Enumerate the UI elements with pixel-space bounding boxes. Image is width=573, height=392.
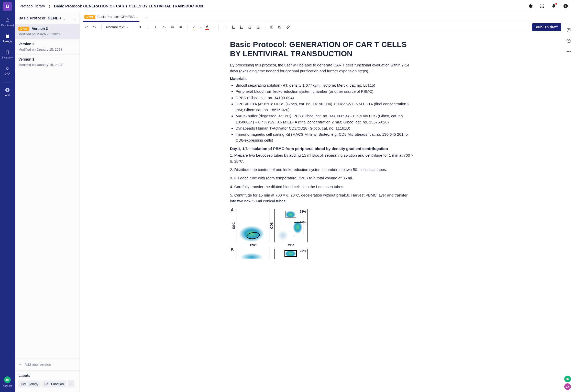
text-style-select[interactable]: Normal text ⌄ bbox=[105, 25, 130, 29]
version-modified: Modified on January 15, 2023 bbox=[18, 63, 76, 67]
nav-inventory-label: Inventory bbox=[2, 56, 13, 59]
insert-table-button[interactable] bbox=[268, 24, 275, 31]
document-tab[interactable]: Draft Basic Protocol: GENERA… bbox=[83, 12, 139, 22]
history-button[interactable] bbox=[566, 38, 571, 43]
protocol-step: 5. Centrifuge for 15 min at 700 × g, 20°… bbox=[230, 192, 414, 204]
x-axis-label: CD4 bbox=[288, 243, 294, 247]
insert-image-button[interactable] bbox=[276, 24, 283, 31]
plus-icon: ＋ bbox=[18, 362, 22, 367]
svg-text:3: 3 bbox=[232, 28, 233, 29]
pct-cd8: 58% bbox=[300, 210, 306, 213]
highlight-chevron[interactable]: ⌄ bbox=[199, 24, 203, 31]
edit-labels-button[interactable] bbox=[68, 380, 74, 387]
bold-button[interactable]: B bbox=[136, 24, 144, 31]
add-version-button[interactable]: ＋ Add new version bbox=[15, 358, 80, 370]
material-item: Dynabeads Human T-Activator CD3/CD28 (Gi… bbox=[236, 125, 414, 131]
redo-button[interactable]: ↷ bbox=[91, 24, 98, 31]
panel-letter-b: B bbox=[231, 248, 234, 252]
toolbar: ↶ ↷ Normal text ⌄ B I U S X2 X2 bbox=[80, 22, 564, 32]
text-color-button[interactable]: A bbox=[204, 24, 211, 31]
breadcrumb: Protocol library ❯ Basic Protocol: GENER… bbox=[19, 4, 203, 8]
notifications-button[interactable] bbox=[551, 3, 557, 9]
chevron-down-icon: ⌄ bbox=[126, 25, 128, 29]
svg-point-11 bbox=[543, 6, 544, 6]
outdent-button[interactable] bbox=[246, 24, 254, 31]
version-item[interactable]: DraftVersion 3Modified on March 23, 2023 bbox=[15, 24, 80, 39]
labels-heading: Labels bbox=[18, 374, 76, 378]
materials-heading: Materials bbox=[230, 76, 414, 81]
page-title: Basic Protocol: GENERATION OF CAR T CELL… bbox=[230, 40, 414, 58]
account-avatar[interactable]: JM bbox=[4, 376, 11, 383]
numbered-list-button[interactable]: 123 bbox=[230, 24, 237, 31]
material-item: DPBS/EDTA (4°-8°C): DPBS (Gibco, cat. no… bbox=[236, 101, 414, 113]
flow-plot-b-left: B bbox=[237, 249, 270, 259]
breadcrumb-root[interactable]: Protocol library bbox=[19, 4, 45, 8]
version-title: Version 1 bbox=[18, 57, 34, 61]
svg-rect-3 bbox=[6, 51, 8, 54]
nav-dna[interactable]: DNA bbox=[0, 65, 15, 76]
pct-cd4: 27% bbox=[300, 221, 306, 224]
material-item: DPBS (Gibco, cat. no. 14190-094) bbox=[236, 95, 414, 101]
version-item[interactable]: Version 2Modified on January 15, 2023 bbox=[15, 39, 80, 55]
versions-title: Basic Protocol: GENERATION… bbox=[18, 16, 67, 20]
y-axis-label: SSC bbox=[232, 222, 236, 229]
draft-badge: Draft bbox=[18, 27, 29, 31]
nav-inventory[interactable]: Inventory bbox=[0, 49, 15, 60]
align-button[interactable] bbox=[222, 24, 229, 31]
new-tab-button[interactable]: ＋ bbox=[144, 14, 149, 20]
undo-button[interactable]: ↶ bbox=[83, 24, 90, 31]
version-item[interactable]: Version 1Modified on January 15, 2023 bbox=[15, 55, 80, 70]
label-chip[interactable]: Cell Function bbox=[42, 381, 66, 387]
flow-plot-cd4-cd8: CD8 CD4 58% 27% bbox=[274, 209, 308, 242]
materials-list: Biocoll separating solution (RT, density… bbox=[230, 82, 414, 143]
text-color-chevron[interactable]: ⌄ bbox=[212, 24, 215, 31]
comments-button[interactable] bbox=[566, 28, 571, 33]
document-body[interactable]: Basic Protocol: GENERATION OF CAR T CELL… bbox=[225, 40, 419, 259]
tabs-row: Draft Basic Protocol: GENERA… ＋ bbox=[80, 12, 564, 22]
plus-circle-icon bbox=[5, 87, 10, 93]
bullet-list-button[interactable] bbox=[238, 24, 245, 31]
nav-dna-label: DNA bbox=[5, 72, 10, 75]
superscript-button[interactable]: X2 bbox=[169, 24, 176, 31]
dna-icon bbox=[5, 66, 9, 71]
help-button[interactable]: ? bbox=[563, 3, 568, 9]
breadcrumb-current: Basic Protocol: GENERATION OF CAR T CELL… bbox=[54, 4, 203, 8]
highlight-color-button[interactable] bbox=[191, 24, 198, 31]
gate-b bbox=[284, 250, 297, 257]
nav-dashboard-label: Dashboard bbox=[1, 24, 14, 27]
label-chip[interactable]: Cell Biology bbox=[18, 381, 41, 387]
tab-label: Basic Protocol: GENERA… bbox=[97, 15, 138, 19]
strikethrough-button[interactable]: S bbox=[161, 24, 168, 31]
app-logo[interactable]: B bbox=[3, 2, 12, 11]
nav-dashboard[interactable]: Dashboard bbox=[0, 16, 15, 28]
settings-button[interactable] bbox=[527, 3, 533, 9]
account-label: Account bbox=[3, 385, 12, 387]
presence-avatar[interactable]: JM bbox=[564, 376, 571, 382]
underline-button[interactable]: U bbox=[153, 24, 160, 31]
apps-grid-button[interactable] bbox=[539, 3, 545, 9]
svg-point-6 bbox=[540, 4, 541, 5]
figure-panel-a: A SSC FSC CD8 CD4 58% bbox=[230, 209, 414, 259]
svg-point-13 bbox=[542, 7, 543, 8]
more-options-button[interactable]: ••• bbox=[566, 49, 571, 54]
editor: Draft Basic Protocol: GENERA… ＋ ↶ ↷ Norm… bbox=[80, 12, 564, 392]
svg-point-8 bbox=[543, 4, 544, 5]
indent-button[interactable] bbox=[255, 24, 262, 31]
svg-text:?: ? bbox=[565, 4, 566, 8]
nav-rail: B Dashboard Projects Inventory DNA bbox=[0, 0, 15, 392]
publish-draft-button[interactable]: Publish draft bbox=[532, 23, 561, 31]
chevron-down-icon[interactable]: ⌄ bbox=[73, 16, 76, 20]
svg-point-30 bbox=[240, 28, 241, 29]
nav-add[interactable]: Add bbox=[0, 86, 15, 98]
subscript-button[interactable]: X2 bbox=[177, 24, 184, 31]
svg-rect-1 bbox=[6, 34, 9, 38]
italic-button[interactable]: I bbox=[145, 24, 152, 31]
insert-link-button[interactable] bbox=[284, 24, 292, 31]
presence-avatar[interactable]: LH bbox=[564, 383, 571, 390]
material-item: Immunomagnetic cell sorting Kit (MACS Mi… bbox=[236, 131, 414, 143]
versions-panel: Basic Protocol: GENERATION… ⌄ DraftVersi… bbox=[15, 12, 80, 392]
nav-projects[interactable]: Projects bbox=[0, 32, 15, 44]
dashboard-icon bbox=[5, 17, 10, 23]
material-item: Peripheral blood from leukoreduction sys… bbox=[236, 88, 414, 94]
versions-header[interactable]: Basic Protocol: GENERATION… ⌄ bbox=[15, 12, 80, 24]
